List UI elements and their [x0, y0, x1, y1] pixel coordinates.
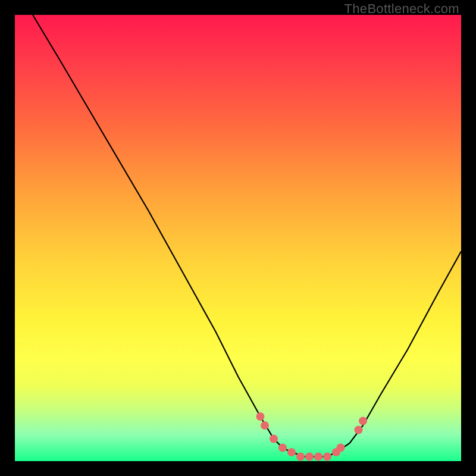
chart-frame: TheBottleneck.com	[0, 0, 476, 476]
marker-dot	[314, 453, 322, 461]
marker-dot	[278, 444, 287, 452]
marker-dot	[305, 453, 314, 461]
marker-dot	[256, 412, 265, 421]
marker-dot	[355, 426, 363, 434]
marker-dot	[270, 435, 278, 443]
marker-dot	[261, 421, 269, 430]
marker-dot	[323, 453, 331, 461]
bottleneck-curve	[33, 15, 461, 457]
marker-points	[256, 412, 368, 461]
plot-area	[15, 15, 461, 461]
curve-svg	[15, 15, 461, 461]
marker-dot	[359, 417, 367, 425]
marker-dot	[296, 453, 305, 461]
marker-dot	[337, 444, 345, 452]
marker-dot	[287, 448, 296, 456]
watermark-text: TheBottleneck.com	[345, 1, 459, 17]
